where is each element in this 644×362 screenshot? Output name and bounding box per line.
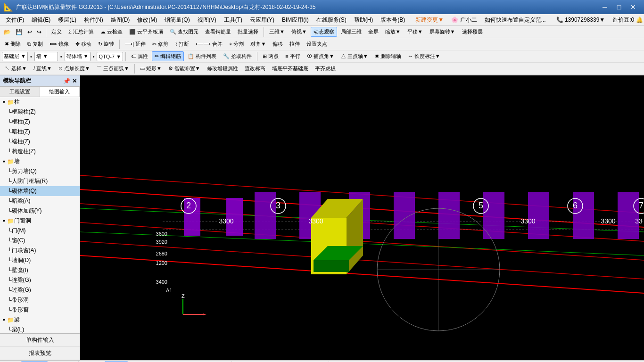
menu-rebar[interactable]: 钢筋量(Q) xyxy=(161,15,193,25)
tree-node-liang[interactable]: └ 梁(L) xyxy=(0,325,80,333)
btn-fullscreen[interactable]: 全屏 xyxy=(365,27,381,37)
maximize-button[interactable]: □ xyxy=(612,0,626,14)
btn-wall-align[interactable]: 墙底平齐基础底 xyxy=(269,64,311,74)
btn-local-3d[interactable]: 局部三维 xyxy=(338,27,364,37)
btn-list[interactable]: 📋 构件列表 xyxy=(185,51,219,61)
btn-modify-props[interactable]: 修改增段属性 xyxy=(204,64,241,74)
menu-view[interactable]: 视图(V) xyxy=(194,15,220,25)
menu-tools[interactable]: 工具(T) xyxy=(220,15,246,25)
tab-draw-input[interactable]: 绘图输入 xyxy=(40,87,80,97)
menu-floor[interactable]: 楼层(L) xyxy=(54,15,80,25)
menu-component[interactable]: 构件(N) xyxy=(80,15,107,25)
btn-props[interactable]: 🏷 属性 xyxy=(128,51,151,61)
btn-rect[interactable]: ▭ 矩形▼ xyxy=(137,64,165,74)
btn-cloud-check[interactable]: ☁ 云检查 xyxy=(98,27,125,37)
menu-bim[interactable]: BIM应用(I) xyxy=(278,15,313,25)
tree-node-beam[interactable]: ▼ 📁 梁 xyxy=(0,315,80,325)
btn-line[interactable]: / 直线▼ xyxy=(31,64,55,74)
menu-cloud[interactable]: 云应用(Y) xyxy=(246,15,278,25)
tree-node-kzhu[interactable]: └ 框柱(Z) xyxy=(0,117,80,127)
btn-arc[interactable]: ⌒ 三点画弧▼ xyxy=(94,64,132,74)
menu-phone[interactable]: 📞 13907298339▼ xyxy=(553,16,609,24)
dropdown-layer[interactable]: 基础层 ▼ xyxy=(2,52,28,61)
btn-catch-angle[interactable]: ⦿ 捕点角▼ xyxy=(304,51,337,61)
btn-parallel[interactable]: ≡ 平行 xyxy=(282,51,303,61)
menu-modify[interactable]: 修改(M) xyxy=(133,15,161,25)
tree-node-column[interactable]: ▼ 📁 柱 xyxy=(0,97,80,107)
expand-opening-icon[interactable]: ▼ xyxy=(2,219,6,223)
tree-node-door[interactable]: └ 门(M) xyxy=(0,226,80,236)
nav-close-icon[interactable]: ✕ xyxy=(72,78,77,84)
btn-trim[interactable]: ✂ 修剪 xyxy=(149,39,171,49)
btn-three-axis[interactable]: △ 三点轴▼ xyxy=(338,51,371,61)
tree-node-duanzhu[interactable]: └ 端柱(Z) xyxy=(0,137,80,147)
btn-select[interactable]: ↖ 选择▼ xyxy=(2,64,30,74)
btn-3d[interactable]: 三维▼ xyxy=(266,27,288,37)
menu-online[interactable]: 在线服务(S) xyxy=(313,15,350,25)
btn-pan[interactable]: 平移▼ xyxy=(405,27,426,37)
menu-edit[interactable]: 编辑(E) xyxy=(28,15,54,25)
btn-delete[interactable]: ✖ 删除 xyxy=(2,39,24,49)
tree-node-rfwall[interactable]: └ 人防门框墙(R) xyxy=(0,176,80,186)
btn-stretch[interactable]: 拉伸 xyxy=(287,39,303,49)
menu-newchange[interactable]: 新建变更▼ xyxy=(412,15,447,25)
tab-project-settings[interactable]: 工程设置 xyxy=(0,87,40,97)
expand-beam-icon[interactable]: ▼ xyxy=(2,318,6,322)
btn-report[interactable]: 报表预览 xyxy=(0,347,80,360)
tree-node-anliang[interactable]: └ 暗梁(A) xyxy=(0,196,80,206)
expand-wall-icon[interactable]: ▼ xyxy=(2,159,6,164)
btn-dynamic-view[interactable]: 动态观察 xyxy=(311,27,337,37)
tree-node-anzhu[interactable]: └ 暗柱(Z) xyxy=(0,127,80,137)
menu-version[interactable]: 版本号(B) xyxy=(377,15,409,25)
btn-define[interactable]: 定义 xyxy=(49,27,65,37)
btn-smart-layout[interactable]: ⚙ 智能布置▼ xyxy=(165,64,203,74)
dropdown-component[interactable]: QTQ-7 ▼ xyxy=(97,52,123,61)
btn-find[interactable]: 🔍 查找图元 xyxy=(167,27,201,37)
btn-zoom[interactable]: 缩放▼ xyxy=(382,27,404,37)
btn-check-elev[interactable]: 查改标高 xyxy=(242,64,268,74)
btn-two-point[interactable]: ⊞ 两点 xyxy=(260,51,281,61)
btn-align[interactable]: 对齐▼ xyxy=(248,39,269,49)
tree-node-window[interactable]: └ 窗(C) xyxy=(0,236,80,246)
btn-mirror[interactable]: ⟺ 镜像 xyxy=(47,39,72,49)
tree-node-stripwin[interactable]: └ 带形窗 xyxy=(0,305,80,315)
btn-edit-rebar[interactable]: ✏ 编辑钢筋 xyxy=(152,51,184,61)
btn-single-component[interactable]: 单构件输入 xyxy=(0,334,80,347)
btn-sum[interactable]: Σ 汇总计算 xyxy=(66,27,97,37)
tree-node-masonryrebar[interactable]: └ 砌体加筋(Y) xyxy=(0,206,80,216)
btn-merge[interactable]: ⟵⟶ 合并 xyxy=(193,39,225,49)
btn-grip[interactable]: 设置夹点 xyxy=(304,39,330,49)
btn-align-top[interactable]: ⬛ 云平齐板顶 xyxy=(126,27,166,37)
tree-node-overbeam[interactable]: └ 过梁(G) xyxy=(0,285,80,295)
tree-node-shearwall[interactable]: └ 剪力墙(Q) xyxy=(0,166,80,176)
btn-del-aux[interactable]: ✖ 删除辅轴 xyxy=(372,51,404,61)
menu-guangxiaor[interactable]: 🌸 广小二 xyxy=(447,15,480,25)
btn-batch-select[interactable]: 批量选择 xyxy=(235,27,261,37)
tree-node-wall[interactable]: ▼ 📁 墙 xyxy=(0,156,80,166)
btn-split[interactable]: ⌖ 分割 xyxy=(226,39,247,49)
btn-view-rebar[interactable]: 查看钢筋量 xyxy=(202,27,234,37)
canvas-area[interactable]: 2 3 5 6 7 3300 3300 3300 3300 33 3600 39… xyxy=(80,75,644,360)
btn-rotate[interactable]: ↻ 旋转 xyxy=(95,39,117,49)
nav-pin-icon[interactable]: 📌 xyxy=(63,78,70,84)
tree-node-masonrywall[interactable]: └ 砌体墙(Q) xyxy=(0,186,80,196)
btn-align-slab[interactable]: 平齐虎板 xyxy=(312,64,339,74)
menu-draw[interactable]: 绘图(D) xyxy=(107,15,134,25)
expand-column-icon[interactable]: ▼ xyxy=(2,100,6,105)
menu-file[interactable]: 文件(F) xyxy=(2,15,28,25)
btn-pickup[interactable]: 🔧 拾取构件 xyxy=(220,51,255,61)
tree-node-niche[interactable]: └ 壁龛(I) xyxy=(0,265,80,275)
btn-offset[interactable]: 偏移 xyxy=(270,39,286,49)
btn-move[interactable]: ✥ 移动 xyxy=(73,39,94,49)
btn-select-floor[interactable]: 选择楼层 xyxy=(459,27,486,37)
btn-copy[interactable]: ⧉ 复制 xyxy=(25,39,46,49)
btn-screen-rotate[interactable]: 屏幕旋转▼ xyxy=(427,27,458,37)
tree-node-opening[interactable]: ▼ 📁 门窗洞 xyxy=(0,216,80,226)
dropdown-subtype[interactable]: 砌体墙 ▼ xyxy=(65,52,91,61)
tree-node-coupling-beam[interactable]: └ 连梁(G) xyxy=(0,275,80,285)
tree-node-doorwindow[interactable]: └ 门联窗(A) xyxy=(0,246,80,255)
btn-topview[interactable]: 俯视▼ xyxy=(289,27,310,37)
menu-coins[interactable]: 造价豆:0 🔔 xyxy=(609,15,644,25)
btn-point-extend[interactable]: ⊙ 点加长度▼ xyxy=(56,64,93,74)
menu-hint[interactable]: 如何快速布置自定义范... xyxy=(481,15,550,25)
